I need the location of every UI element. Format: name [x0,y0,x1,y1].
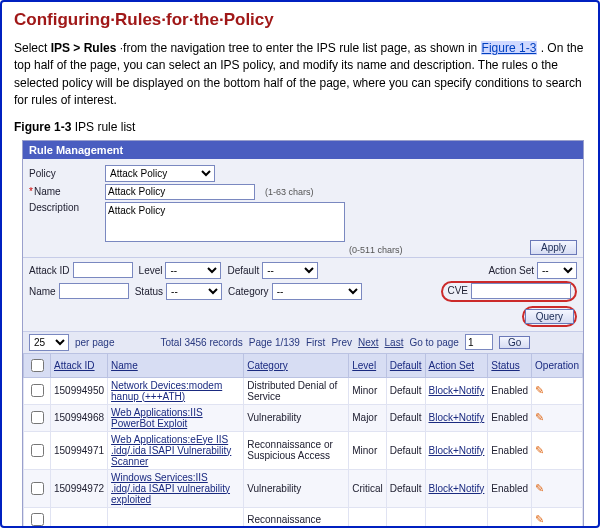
rule-name-link[interactable]: Web Applications:eEye IIS .idq/.ida ISAP… [111,434,231,467]
total-records: Total 3456 records [160,337,242,348]
table-row: 150994971Web Applications:eEye IIS .idq/… [24,431,583,469]
cell-level: Critical [349,469,387,507]
action-set-link[interactable]: Block+Notify [429,483,485,494]
col-default[interactable]: Default [386,353,425,377]
row-checkbox[interactable] [31,482,44,495]
page-indicator: Page 1/139 [249,337,300,348]
description-hint: (0-511 chars) [349,245,403,255]
nav-path: IPS > Rules [51,41,117,55]
col-status[interactable]: Status [488,353,532,377]
pager-first: First [306,337,325,348]
col-level[interactable]: Level [349,353,387,377]
cell-level: Minor [349,377,387,404]
filter-default-label: Default [227,265,259,276]
filter-actionset-select[interactable]: -- [537,262,577,279]
pager-next[interactable]: Next [358,337,379,348]
filter-attackid-input[interactable] [73,262,133,278]
goto-label: Go to page [409,337,458,348]
row-checkbox[interactable] [31,384,44,397]
pager-bar: 25 per page Total 3456 records Page 1/13… [23,331,583,353]
table-row: 150994972Windows Services:IIS .idq/.ida … [24,469,583,507]
row-checkbox[interactable] [31,444,44,457]
cell-operation: ✎ [532,469,583,507]
apply-button[interactable]: Apply [530,240,577,255]
cell-status: Enabled [488,469,532,507]
per-page-select[interactable]: 25 [29,334,69,351]
cell-default: Default [386,469,425,507]
col-category[interactable]: Category [244,353,349,377]
cell-attackid: 150994968 [51,404,108,431]
rules-table: Attack ID Name Category Level Default Ac… [23,353,583,528]
filter-category-select[interactable]: -- [272,283,362,300]
filter-category-label: Category [228,286,269,297]
cell-status: Enabled [488,404,532,431]
filter-cve-label: CVE [447,285,468,296]
policy-select[interactable]: Attack Policy [105,165,215,182]
figure-number: Figure 1-3 [14,120,71,134]
cell-operation: ✎ [532,377,583,404]
intro-paragraph: Select IPS > Rules ·from the navigation … [14,40,586,110]
row-checkbox[interactable] [31,513,44,526]
name-hint: (1-63 chars) [265,187,314,197]
cell-level [349,507,387,528]
goto-input[interactable] [465,334,493,350]
go-button[interactable]: Go [499,336,530,349]
row-checkbox[interactable] [31,411,44,424]
col-checkbox[interactable] [24,353,51,377]
intro-pre: Select [14,41,51,55]
policy-label: Policy [29,168,99,179]
policy-form: Policy Attack Policy Name (1-63 chars) D… [23,159,583,257]
filter-name-input[interactable] [59,283,129,299]
section-heading: Configuring·Rules·for·the·Policy [14,10,586,30]
rule-name-link[interactable]: Web Applications:IIS PowerBot Exploit [111,407,203,429]
screenshot-panel: Rule Management Policy Attack Policy Nam… [22,140,584,528]
filter-status-select[interactable]: -- [166,283,222,300]
col-name[interactable]: Name [108,353,244,377]
edit-icon[interactable]: ✎ [535,384,544,396]
name-label: Name [29,186,99,197]
filter-status-label: Status [135,286,163,297]
cell-default: Default [386,404,425,431]
cell-category: Vulnerability [244,469,349,507]
col-actionset[interactable]: Action Set [425,353,488,377]
cell-category: Reconnaissance [244,507,349,528]
edit-icon[interactable]: ✎ [535,482,544,494]
query-button[interactable]: Query [525,309,574,324]
rule-name-link[interactable]: Windows Services:IIS .idq/.ida ISAPI vul… [111,472,230,505]
cell-operation: ✎ [532,431,583,469]
filter-attackid-label: Attack ID [29,265,70,276]
intro-mid1: ·from the navigation tree to enter the I… [120,41,481,55]
action-set-link[interactable]: Block+Notify [429,445,485,456]
description-textarea[interactable]: Attack Policy [105,202,345,242]
select-all-checkbox[interactable] [31,359,44,372]
pager-last[interactable]: Last [385,337,404,348]
cell-attackid [51,507,108,528]
action-set-link[interactable]: Block+Notify [429,412,485,423]
filter-level-select[interactable]: -- [165,262,221,279]
cell-attackid: 150994971 [51,431,108,469]
panel-title: Rule Management [23,141,583,159]
edit-icon[interactable]: ✎ [535,444,544,456]
figure-link[interactable]: Figure 1-3 [481,41,538,55]
edit-icon[interactable]: ✎ [535,411,544,423]
rule-name-link[interactable]: Network Devices:modem hanup (+++ATH) [111,380,222,402]
cell-category: Vulnerability [244,404,349,431]
col-attackid[interactable]: Attack ID [51,353,108,377]
action-set-link[interactable]: Block+Notify [429,385,485,396]
filter-default-select[interactable]: -- [262,262,318,279]
cell-status [488,507,532,528]
filter-actionset-label: Action Set [488,265,534,276]
filter-level-label: Level [139,265,163,276]
cell-level: Minor [349,431,387,469]
cell-default: Default [386,377,425,404]
figure-caption: Figure 1-3 IPS rule list [14,120,586,134]
cell-category: Reconnaissance or Suspicious Access [244,431,349,469]
edit-icon[interactable]: ✎ [535,513,544,525]
query-highlight: Query [522,306,577,327]
figure-title: IPS rule list [75,120,136,134]
name-input[interactable] [105,184,255,200]
cve-highlight: CVE [441,281,577,302]
filter-cve-input[interactable] [471,283,571,299]
cell-operation: ✎ [532,507,583,528]
filter-bar: Attack ID Level -- Default -- Action Set… [23,257,583,331]
